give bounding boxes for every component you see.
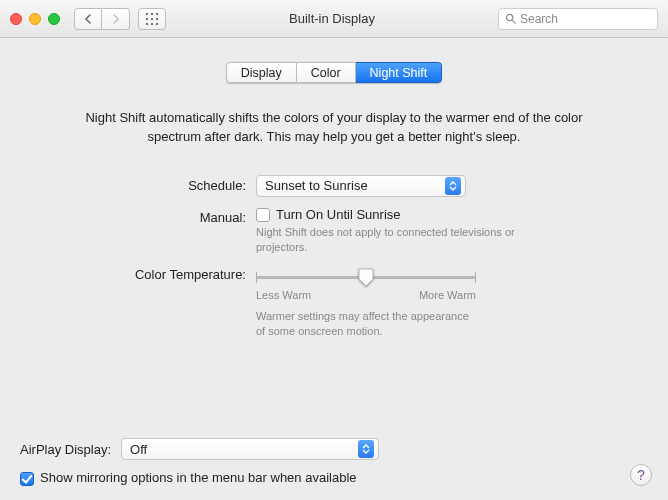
description-text: Night Shift automatically shifts the col…	[66, 109, 602, 147]
settings-form: Schedule: Sunset to Sunrise Manual: Turn…	[66, 175, 630, 339]
tab-bar: Display Color Night Shift	[38, 62, 630, 83]
slider-tick	[475, 272, 476, 283]
airplay-select[interactable]: Off	[121, 438, 379, 460]
manual-label: Manual:	[66, 207, 246, 255]
svg-rect-2	[156, 13, 158, 15]
slider-tick	[256, 272, 257, 283]
close-window-button[interactable]	[10, 13, 22, 25]
svg-rect-6	[146, 23, 148, 25]
mirroring-checkbox-row[interactable]: Show mirroring options in the menu bar w…	[20, 470, 648, 486]
window-titlebar: Built-in Display Search	[0, 0, 668, 38]
mirroring-label: Show mirroring options in the menu bar w…	[40, 470, 357, 485]
chevron-right-icon	[112, 14, 120, 24]
tab-color[interactable]: Color	[297, 62, 356, 83]
search-placeholder: Search	[520, 12, 558, 26]
svg-rect-4	[151, 18, 153, 20]
svg-rect-7	[151, 23, 153, 25]
svg-rect-1	[151, 13, 153, 15]
updown-arrows-icon	[445, 177, 461, 195]
airplay-label: AirPlay Display:	[20, 442, 111, 457]
mirroring-checkbox[interactable]	[20, 472, 34, 486]
svg-point-9	[506, 14, 512, 20]
slider-labels: Less Warm More Warm	[256, 289, 476, 301]
svg-rect-0	[146, 13, 148, 15]
color-temperature-hint: Warmer settings may affect the appearanc…	[256, 309, 476, 339]
tab-label: Color	[311, 66, 341, 80]
tab-display[interactable]: Display	[226, 62, 297, 83]
manual-option-label: Turn On Until Sunrise	[276, 207, 401, 222]
nav-back-forward	[74, 8, 130, 30]
window-title: Built-in Display	[174, 11, 490, 26]
content-area: Display Color Night Shift Night Shift au…	[0, 38, 668, 339]
tab-night-shift[interactable]: Night Shift	[356, 62, 443, 83]
back-button[interactable]	[74, 8, 102, 30]
grid-icon	[146, 13, 158, 25]
window-controls	[10, 13, 60, 25]
manual-hint: Night Shift does not apply to connected …	[256, 225, 516, 255]
slider-max-label: More Warm	[419, 289, 476, 301]
schedule-select[interactable]: Sunset to Sunrise	[256, 175, 466, 197]
slider-thumb[interactable]	[357, 267, 375, 287]
manual-checkbox-row[interactable]: Turn On Until Sunrise	[256, 207, 516, 223]
tab-label: Night Shift	[370, 66, 428, 80]
updown-arrows-icon	[358, 440, 374, 458]
search-icon	[505, 13, 516, 24]
tab-label: Display	[241, 66, 282, 80]
show-all-button[interactable]	[138, 8, 166, 30]
svg-rect-5	[156, 18, 158, 20]
color-temperature-label: Color Temperature:	[66, 265, 246, 339]
forward-button[interactable]	[102, 8, 130, 30]
svg-rect-3	[146, 18, 148, 20]
manual-checkbox[interactable]	[256, 208, 270, 222]
minimize-window-button[interactable]	[29, 13, 41, 25]
slider-min-label: Less Warm	[256, 289, 311, 301]
svg-rect-8	[156, 23, 158, 25]
help-icon: ?	[637, 467, 645, 483]
color-temperature-slider[interactable]	[256, 267, 476, 287]
search-field[interactable]: Search	[498, 8, 658, 30]
schedule-value: Sunset to Sunrise	[265, 178, 368, 193]
footer: AirPlay Display: Off Show mirroring opti…	[0, 426, 668, 500]
chevron-left-icon	[84, 14, 92, 24]
svg-line-10	[512, 20, 515, 23]
schedule-label: Schedule:	[66, 175, 246, 197]
airplay-value: Off	[130, 442, 147, 457]
help-button[interactable]: ?	[630, 464, 652, 486]
zoom-window-button[interactable]	[48, 13, 60, 25]
